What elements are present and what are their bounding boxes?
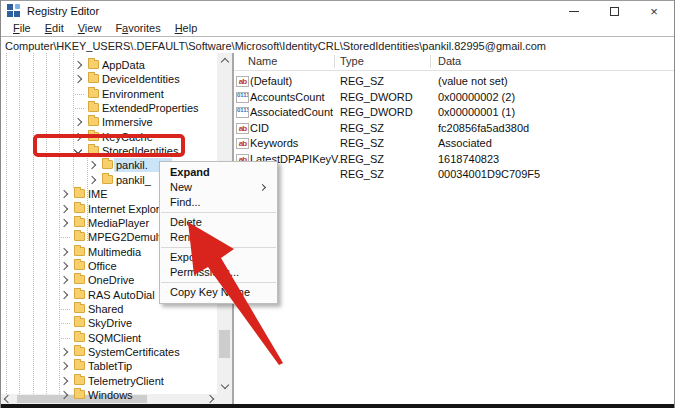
tree-item-label[interactable]: pankil_ — [116, 173, 151, 187]
tree-item-shared[interactable]: Shared — [1, 302, 217, 316]
chevron-right-icon[interactable] — [60, 290, 68, 298]
tree-item-label[interactable]: Shared — [88, 302, 123, 316]
context-menu-item-export[interactable]: Export — [160, 250, 277, 265]
scrollbar-thumb[interactable] — [219, 330, 230, 358]
chevron-right-icon[interactable] — [60, 262, 68, 270]
chevron-right-icon[interactable] — [60, 219, 68, 227]
folder-icon — [102, 160, 113, 169]
chevron-right-icon[interactable] — [88, 176, 96, 184]
scrollbar-corner — [217, 394, 232, 404]
value-row[interactable]: 011110AssociatedCountREG_DWORD0x00000001… — [234, 105, 674, 120]
tree-item-skydrive[interactable]: SkyDrive — [1, 316, 217, 330]
menu-bar: FileEditViewFavoritesHelp — [1, 20, 674, 36]
value-type: REG_SZ — [340, 152, 384, 167]
tree-item-windows[interactable]: Windows — [1, 388, 217, 402]
tree-item-label[interactable]: SkyDrive — [88, 316, 132, 330]
tree-item-label[interactable]: TelemetryClient — [88, 374, 164, 388]
chevron-right-icon[interactable] — [60, 391, 68, 399]
value-row[interactable]: ab(Default)REG_SZ(value not set) — [234, 74, 674, 89]
menu-favorites[interactable]: Favorites — [108, 22, 167, 34]
context-menu-item-new[interactable]: New — [160, 180, 277, 195]
value-row[interactable]: abKeywordsREG_SZAssociated — [234, 136, 674, 151]
value-row[interactable]: abLatestDPAPIKeyV...REG_SZ1618740823 — [234, 152, 674, 167]
maximize-button-icon[interactable] — [594, 1, 634, 21]
chevron-right-icon[interactable] — [74, 75, 82, 83]
tree-item-label[interactable]: SystemCertificates — [88, 345, 180, 359]
context-menu: ExpandNewFind...DeleteRenameExportPermis… — [159, 161, 278, 304]
tree-item-label[interactable]: TabletTip — [88, 359, 132, 373]
tree-item-deviceidentities[interactable]: DeviceIdentities — [1, 72, 217, 86]
tree-item-systemcertificates[interactable]: SystemCertificates — [1, 345, 217, 359]
value-type: REG_SZ — [340, 121, 384, 136]
tree-item-label[interactable]: SQMClient — [88, 331, 141, 345]
folder-icon — [74, 275, 85, 284]
menu-help[interactable]: Help — [168, 22, 205, 34]
annotation-highlight-box — [33, 134, 185, 157]
chevron-right-icon[interactable] — [60, 204, 68, 212]
chevron-right-icon[interactable] — [60, 348, 68, 356]
tree-item-immersive[interactable]: Immersive — [1, 115, 217, 129]
tree-item-telemetryclient[interactable]: TelemetryClient — [1, 374, 217, 388]
folder-icon — [74, 290, 85, 299]
tree-item-environment[interactable]: Environment — [1, 87, 217, 101]
chevron-right-icon[interactable] — [74, 118, 82, 126]
tree-item-sqmclient[interactable]: SQMClient — [1, 331, 217, 345]
column-separator[interactable] — [334, 55, 335, 68]
column-header-name[interactable]: Name — [248, 55, 277, 67]
chevron-right-icon[interactable] — [60, 190, 68, 198]
tree-item-label[interactable]: Windows — [88, 388, 133, 402]
value-row[interactable]: abCIDREG_SZfc20856fa5ad380d — [234, 121, 674, 136]
context-menu-item-rename[interactable]: Rename — [160, 230, 277, 245]
tree-item-label[interactable]: Multimedia — [88, 245, 141, 259]
value-type: REG_SZ — [340, 74, 384, 89]
context-menu-item-permissions-[interactable]: Permissions... — [160, 265, 277, 280]
value-name: CID — [250, 121, 269, 136]
tree-connector — [61, 309, 70, 310]
reg-string-icon: ab — [236, 76, 249, 87]
tree-item-label[interactable]: AppData — [102, 58, 145, 72]
scroll-up-icon[interactable] — [221, 58, 229, 66]
value-row[interactable]: REG_SZ00034001D9C709F5 — [234, 167, 674, 182]
context-menu-item-copy-key-name[interactable]: Copy Key Name — [160, 285, 277, 300]
value-name: AssociatedCount — [250, 105, 333, 120]
tree-item-label[interactable]: Environment — [102, 87, 164, 101]
minimize-button-icon[interactable] — [554, 1, 594, 21]
tree-item-appdata[interactable]: AppData — [1, 58, 217, 72]
tree-connector — [75, 94, 84, 95]
reg-dword-icon: 011110 — [236, 107, 249, 118]
chevron-right-icon[interactable] — [60, 362, 68, 370]
tree-connector — [61, 323, 70, 324]
tree-item-label[interactable]: OneDrive — [88, 273, 134, 287]
chevron-right-icon[interactable] — [60, 276, 68, 284]
chevron-right-icon[interactable] — [60, 376, 68, 384]
tree-item-tablettip[interactable]: TabletTip — [1, 359, 217, 373]
tree-item-label[interactable]: Office — [88, 259, 117, 273]
menu-file[interactable]: File — [6, 22, 38, 34]
context-menu-item-expand[interactable]: Expand — [160, 165, 277, 180]
chevron-right-icon[interactable] — [74, 61, 82, 69]
tree-item-label[interactable]: DeviceIdentities — [102, 72, 180, 86]
folder-icon — [88, 103, 99, 112]
tree-item-label[interactable]: ExtendedProperties — [102, 101, 199, 115]
menu-view[interactable]: View — [71, 22, 109, 34]
column-header-data[interactable]: Data — [438, 55, 461, 67]
context-menu-item-delete[interactable]: Delete — [160, 215, 277, 230]
tree-item-label[interactable]: IME — [88, 187, 108, 201]
scroll-down-icon[interactable] — [221, 381, 229, 389]
tree-item-label[interactable]: RAS AutoDial — [88, 288, 155, 302]
tree-item-extendedproperties[interactable]: ExtendedProperties — [1, 101, 217, 115]
menu-edit[interactable]: Edit — [38, 22, 71, 34]
column-header-type[interactable]: Type — [340, 55, 364, 67]
tree-item-label[interactable]: Immersive — [102, 115, 153, 129]
close-button-icon[interactable]: × — [634, 1, 674, 21]
chevron-right-icon[interactable] — [60, 247, 68, 255]
chevron-right-icon[interactable] — [88, 161, 96, 169]
folder-icon — [74, 376, 85, 385]
context-menu-item-find-[interactable]: Find... — [160, 195, 277, 210]
column-separator[interactable] — [430, 55, 431, 68]
tree-item-label[interactable]: Internet Explorer — [88, 202, 169, 216]
folder-icon — [74, 218, 85, 227]
tree-item-label[interactable]: MediaPlayer — [88, 216, 149, 230]
folder-icon — [74, 390, 85, 399]
value-row[interactable]: 011110AccountsCountREG_DWORD0x00000002 (… — [234, 90, 674, 105]
